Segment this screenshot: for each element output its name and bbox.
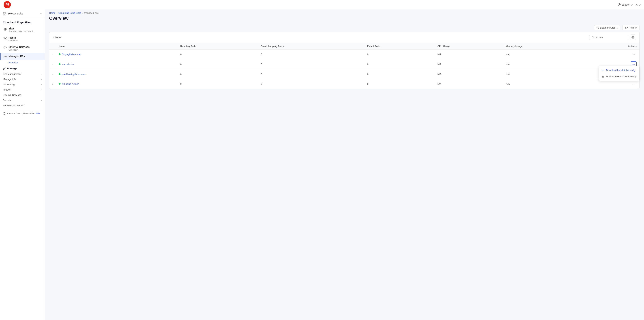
row-expand-2[interactable]: › [49,70,56,79]
f5-logo: F5 [4,1,11,8]
table-row: › ty8-gitlab-runner 0 0 0 N/A N/A ··· [49,79,640,89]
manage-item-arrow-icon: › [41,88,42,91]
managed-k8s-icon [4,55,7,58]
user-button[interactable] [635,3,640,6]
table-row: › pa4-libvirt-gitlab-runner 0 0 0 N/A N/… [49,70,640,79]
svg-point-2 [636,4,637,4]
search-input[interactable] [595,36,626,39]
sidebar-section-heading: Cloud and Edge Sites [0,18,45,25]
status-dot-1 [59,63,60,65]
svg-rect-6 [5,14,6,15]
sidebar-item-sites[interactable]: Sites Site Map, Site List, Site S... [0,25,45,34]
svg-rect-5 [3,14,4,15]
col-crash-looping: Crash Looping Pods [258,43,364,50]
top-nav-right: Support [618,3,640,6]
status-dot-0 [59,53,60,55]
select-service-dropdown[interactable]: Select service [0,10,45,18]
manage-item-arrow-icon: › [41,78,42,80]
row-name-link-2[interactable]: pa4-libvirt-gitlab-runner [62,73,86,76]
svg-line-16 [4,38,5,39]
breadcrumb: Home › Cloud and Edge Sites › Managed K8… [45,10,644,15]
hide-nav-button[interactable]: Hide [36,112,40,115]
download-local-item-1[interactable]: Download Local Kubeconfig [599,67,639,73]
download-global-item-1[interactable]: Download Global Kubeconfig [599,73,639,80]
svg-line-15 [6,38,6,38]
svg-point-10 [4,37,4,38]
manage-item[interactable]: External Services [3,92,42,98]
row-name-link-3[interactable]: ty8-gitlab-runner [62,82,79,85]
manage-title: Manage [3,67,42,70]
dl-global-icon-1 [602,75,604,78]
support-chevron-icon [631,4,632,6]
page-title: Overview [45,15,644,24]
manage-items-list: Site Management›Manage K8s›Networking›Fi… [3,71,42,108]
col-running-pods: Running Pods [178,43,258,50]
data-table: Name Running Pods Crash Looping Pods Fai… [49,43,640,89]
svg-rect-4 [5,12,6,13]
search-box[interactable] [589,35,628,40]
external-services-icon [4,46,7,49]
sidebar-subitem-overview[interactable]: Overview [0,60,45,65]
refresh-icon [625,26,628,29]
table-settings-button[interactable] [630,34,636,40]
status-dot-2 [59,73,60,75]
sites-icon [4,28,7,31]
sidebar: Select service Cloud and Edge Sites Site… [0,10,45,320]
actions-btn-3[interactable]: ··· [631,81,636,86]
manage-item[interactable]: Secrets› [3,98,42,103]
sidebar-item-fleets[interactable]: Fleets Overview [0,34,45,44]
breadcrumb-current: Managed K8s [84,12,98,14]
svg-point-11 [6,37,6,38]
manage-key-icon [3,67,6,70]
info-icon [3,112,6,115]
row-name-link-0[interactable]: f5-sjc-gitlab-runner [62,53,81,56]
row-dropdown-1: Download Local Kubeconfig Download Globa… [599,66,640,81]
table-body: › f5-sjc-gitlab-runner 0 0 0 N/A N/A ···… [49,50,640,89]
time-filter-button[interactable]: Last 5 minutes [594,25,620,30]
svg-line-17 [6,38,6,39]
select-service-chevron-icon [40,12,42,14]
row-expand-0[interactable]: › [49,50,56,59]
time-filter-chevron-icon [616,27,618,29]
breadcrumb-home[interactable]: Home [49,12,56,14]
row-expand-3[interactable]: › [49,79,56,89]
clock-icon [596,26,599,29]
svg-point-24 [592,36,594,38]
actions-btn-0[interactable]: ··· [631,52,636,57]
main-content: Home › Cloud and Edge Sites › Managed K8… [45,10,644,320]
manage-item-arrow-icon: › [41,73,42,75]
row-expand-1[interactable]: › [49,59,56,70]
manage-item[interactable]: Networking› [3,82,42,87]
svg-point-26 [632,37,633,38]
support-icon [618,3,621,6]
breadcrumb-cloud-edge[interactable]: Cloud and Edge Sites [58,12,81,14]
sidebar-item-external-services[interactable]: External Services Overview [0,44,45,53]
manage-item[interactable]: Firewall› [3,87,42,92]
search-icon [592,36,594,39]
settings-icon [632,36,634,39]
manage-item[interactable]: Service Discoveries [3,103,42,108]
manage-item[interactable]: Site Management› [3,71,42,76]
manage-item[interactable]: Manage K8s› [3,76,42,82]
top-nav: F5 Support [0,0,644,10]
user-chevron-icon [638,4,640,6]
svg-rect-3 [3,12,4,13]
table-row: › f5-sjc-gitlab-runner 0 0 0 N/A N/A ··· [49,50,640,59]
status-dot-3 [59,83,60,85]
svg-point-13 [6,39,6,40]
items-count: 4 items [53,36,61,39]
svg-point-19 [5,56,6,57]
refresh-button[interactable]: Refresh [622,25,640,30]
manage-item-arrow-icon: › [41,99,42,102]
table-row: › marcel-colo 0 0 0 N/A N/A ··· Download… [49,59,640,70]
row-name-link-1[interactable]: marcel-colo [62,63,74,66]
table-head-row: Name Running Pods Crash Looping Pods Fai… [49,43,640,50]
layout: Select service Cloud and Edge Sites Site… [0,10,644,320]
dl-local-icon-1 [602,69,604,72]
col-cpu-usage: CPU Usage [434,43,503,50]
fleets-icon [4,37,7,40]
col-memory-usage: Memory Usage [503,43,586,50]
sidebar-item-managed-k8s[interactable]: Managed K8s [0,53,45,60]
svg-line-25 [593,38,594,38]
support-button[interactable]: Support [618,3,632,6]
